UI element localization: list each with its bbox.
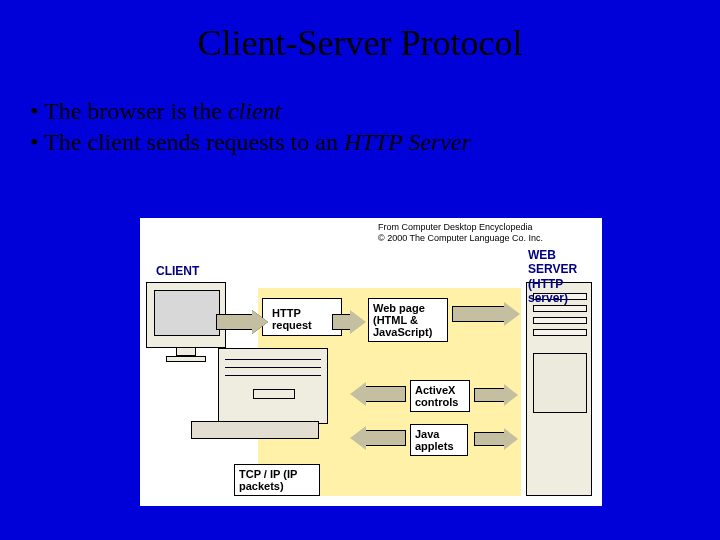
- server-label-line1: WEB SERVER: [528, 248, 602, 277]
- bullet-1-italic: client: [228, 98, 281, 124]
- bullet-1: The browser is the client: [30, 98, 720, 125]
- arrow-applets-to-server: [474, 432, 504, 446]
- architecture-diagram: From Computer Desktop Encyclopedia © 200…: [140, 218, 602, 506]
- credit-line2: © 2000 The Computer Language Co. Inc.: [378, 233, 543, 244]
- bullet-1-text: The browser is the: [44, 98, 228, 124]
- arrow-activex-to-server: [474, 388, 504, 402]
- credit-line1: From Computer Desktop Encyclopedia: [378, 222, 543, 233]
- client-label: CLIENT: [156, 264, 199, 278]
- arrow-activex-to-client: [350, 386, 406, 402]
- arrow-applets-to-client: [350, 430, 406, 446]
- server-label: WEB SERVER (HTTP server): [528, 248, 602, 306]
- tcpip-box: TCP / IP (IP packets): [234, 464, 320, 496]
- server-label-line2: (HTTP server): [528, 277, 602, 306]
- arrow-browser-to-http: [216, 314, 252, 330]
- server-cabinet-icon: [526, 282, 592, 496]
- slide-title: Client-Server Protocol: [0, 0, 720, 64]
- client-monitor-icon: [146, 282, 226, 362]
- arrow-http-to-page: [332, 314, 350, 330]
- bullet-2: The client sends requests to an HTTP Ser…: [30, 129, 720, 156]
- client-tower-icon: [218, 348, 328, 424]
- java-applets-box: Java applets: [410, 424, 468, 456]
- activex-box: ActiveX controls: [410, 380, 470, 412]
- arrow-page-to-server: [452, 306, 504, 322]
- web-page-box: Web page (HTML & JavaScript): [368, 298, 448, 342]
- keyboard-icon: [191, 421, 319, 439]
- http-request-box: HTTP request: [268, 304, 326, 334]
- bullet-2-italic: HTTP Server: [344, 129, 471, 155]
- credit-text: From Computer Desktop Encyclopedia © 200…: [378, 222, 543, 244]
- bullet-2-text: The client sends requests to an: [44, 129, 344, 155]
- bullet-list: The browser is the client The client sen…: [30, 98, 720, 156]
